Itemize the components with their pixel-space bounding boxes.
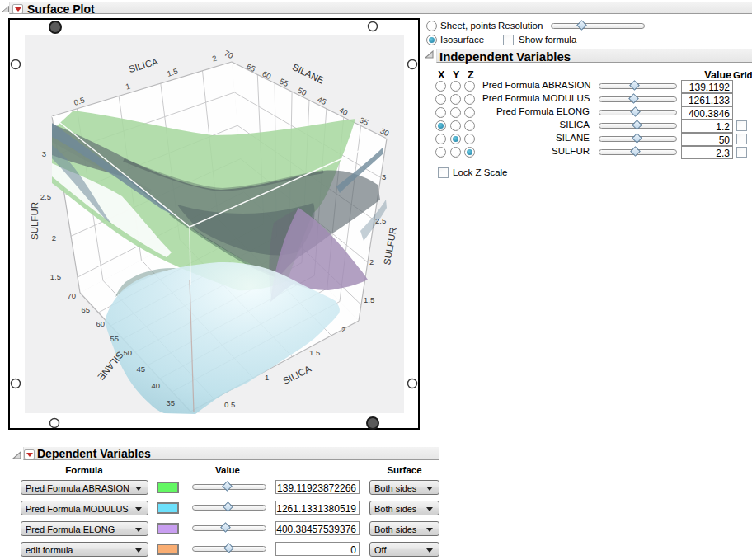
svg-text:1: 1 xyxy=(265,373,269,382)
svg-text:0.5: 0.5 xyxy=(224,400,235,409)
svg-text:2.5: 2.5 xyxy=(375,216,386,225)
svg-text:40: 40 xyxy=(151,381,160,390)
svg-text:2.5: 2.5 xyxy=(40,192,51,201)
svg-text:2: 2 xyxy=(341,325,345,334)
svg-text:45: 45 xyxy=(136,365,145,374)
svg-text:1.5: 1.5 xyxy=(364,295,374,304)
svg-text:3: 3 xyxy=(382,172,386,181)
svg-text:1.5: 1.5 xyxy=(309,348,320,357)
svg-text:65: 65 xyxy=(81,305,90,314)
svg-text:55: 55 xyxy=(110,334,119,343)
svg-text:3: 3 xyxy=(42,149,46,158)
svg-text:2: 2 xyxy=(52,233,56,242)
svg-text:60: 60 xyxy=(96,319,105,328)
svg-text:2: 2 xyxy=(369,257,374,266)
svg-text:SULFUR: SULFUR xyxy=(30,202,40,240)
svg-text:1.5: 1.5 xyxy=(50,272,61,281)
svg-text:70: 70 xyxy=(67,291,76,300)
svg-text:35: 35 xyxy=(166,398,175,407)
